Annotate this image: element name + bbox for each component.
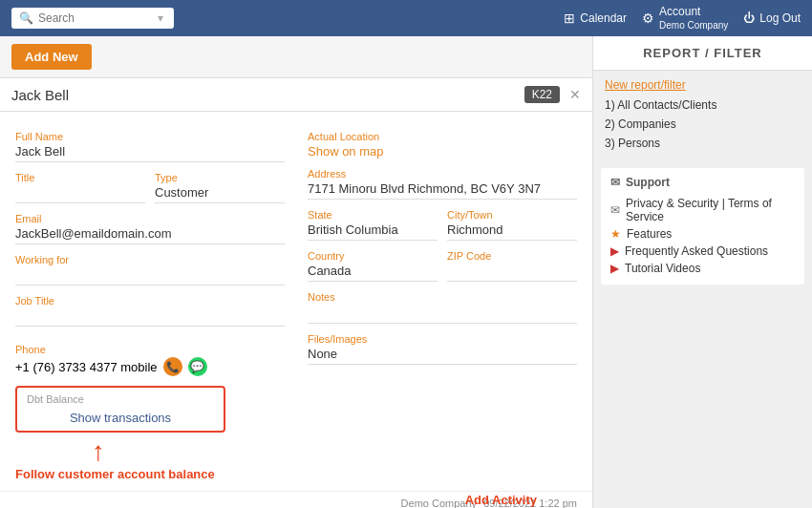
whatsapp-icon[interactable]: 💬 xyxy=(188,357,207,376)
support-item-3[interactable]: ▶ Tutorial Videos xyxy=(610,260,795,277)
header-left: 🔍 ▾ xyxy=(11,8,174,29)
notes-label: Notes xyxy=(308,291,577,303)
record-badge: K22 xyxy=(524,86,560,103)
files-images-label: Files/Images xyxy=(308,333,577,345)
report-filter-header: REPORT / FILTER xyxy=(593,36,812,71)
form-area: Full Name Jack Bell Title Type Customer … xyxy=(0,112,592,491)
working-for-value xyxy=(15,267,285,286)
zip-label: ZIP Code xyxy=(447,250,577,262)
record-header: Jack Bell K22 ✕ xyxy=(0,78,592,112)
full-name-value: Jack Bell xyxy=(15,144,285,162)
header-right: ⊞ Calendar ⚙ Account Demo Company ⏻ Log … xyxy=(564,5,801,32)
content-area: Add New Jack Bell K22 ✕ Full Name Jack B… xyxy=(0,36,592,508)
toolbar: Add New xyxy=(0,36,592,78)
record-name: Jack Bell xyxy=(11,87,69,103)
new-report-link[interactable]: New report/filter xyxy=(593,71,812,95)
full-name-label: Full Name xyxy=(15,131,285,142)
working-for-label: Working for xyxy=(15,254,285,265)
search-input[interactable] xyxy=(38,11,153,25)
zip-value xyxy=(447,264,577,282)
report-item-2[interactable]: 3) Persons xyxy=(605,134,801,153)
dbt-balance-box: Dbt Balance Show transactions xyxy=(15,386,225,433)
address-label: Address xyxy=(308,168,577,180)
state-label: State xyxy=(308,209,438,221)
actual-location-label: Actual Location xyxy=(308,131,577,142)
add-activity-annotation: Add Activity xyxy=(465,493,537,507)
gear-icon: ⚙ xyxy=(642,11,654,26)
add-new-button[interactable]: Add New xyxy=(11,44,92,70)
report-item-1[interactable]: 2) Companies xyxy=(605,115,801,134)
support-item-2[interactable]: ▶ Frequently Asked Questions xyxy=(610,243,795,260)
support-header: ✉ Support xyxy=(610,176,795,189)
mail-icon: ✉ xyxy=(610,176,620,189)
show-on-map-link[interactable]: Show on map xyxy=(308,144,577,159)
report-item-0[interactable]: 1) All Contacts/Clients xyxy=(605,95,801,115)
grid-icon: ⊞ xyxy=(564,11,575,26)
account-button[interactable]: ⚙ Account Demo Company xyxy=(642,5,728,32)
email-label: Email xyxy=(15,213,285,224)
country-value: Canada xyxy=(308,264,438,282)
city-town-value: Richmond xyxy=(447,222,577,241)
search-icon: 🔍 xyxy=(19,11,33,25)
right-column: Actual Location Show on map Address 7171… xyxy=(308,121,577,481)
show-transactions-link[interactable]: Show transactions xyxy=(27,411,214,425)
close-button[interactable]: ✕ xyxy=(569,87,581,102)
calendar-label: Calendar xyxy=(580,11,627,25)
call-icon[interactable]: 📞 xyxy=(163,357,182,376)
report-list: 1) All Contacts/Clients 2) Companies 3) … xyxy=(593,95,812,160)
type-label: Type xyxy=(155,172,285,183)
country-label: Country xyxy=(308,250,438,262)
title-label: Title xyxy=(15,172,145,183)
title-value xyxy=(15,185,145,203)
left-column: Full Name Jack Bell Title Type Customer … xyxy=(15,121,285,481)
features-star-icon: ★ xyxy=(610,227,621,241)
address-value: 7171 Minoru Blvd Richmond, BC V6Y 3N7 xyxy=(308,181,577,200)
right-panel: REPORT / FILTER New report/filter 1) All… xyxy=(592,36,812,508)
notes-value xyxy=(308,305,577,324)
support-item-1[interactable]: ★ Features xyxy=(610,225,795,243)
job-title-value xyxy=(15,308,285,327)
support-section: ✉ Support ✉ Privacy & Security | Terms o… xyxy=(601,168,804,285)
header: 🔍 ▾ ⊞ Calendar ⚙ Account Demo Company ⏻ … xyxy=(0,0,812,36)
phone-value: +1 (76) 3733 4377 mobile xyxy=(15,360,158,374)
files-images-value: None xyxy=(308,347,577,365)
email-value: JackBell@emaildomain.com xyxy=(15,226,285,244)
dropdown-arrow-icon[interactable]: ▾ xyxy=(158,11,163,25)
arrow-up-icon: ↑ xyxy=(92,438,105,465)
search-box[interactable]: 🔍 ▾ xyxy=(11,8,174,29)
support-item-0[interactable]: ✉ Privacy & Security | Terms of Service xyxy=(610,195,795,225)
privacy-icon: ✉ xyxy=(610,203,620,217)
logout-button[interactable]: ⏻ Log Out xyxy=(743,11,801,25)
dbt-balance-label: Dbt Balance xyxy=(27,393,214,405)
calendar-button[interactable]: ⊞ Calendar xyxy=(564,11,627,26)
city-town-label: City/Town xyxy=(447,209,577,221)
main-layout: Add New Jack Bell K22 ✕ Full Name Jack B… xyxy=(0,36,812,508)
phone-row: +1 (76) 3733 4377 mobile 📞 💬 xyxy=(15,357,285,376)
logout-label: Log Out xyxy=(759,11,801,25)
balance-annotation-area: ↑ Follow customer account balance xyxy=(15,438,285,481)
state-value: British Columbia xyxy=(308,222,438,241)
balance-annotation-text: Follow customer account balance xyxy=(15,467,215,481)
job-title-label: Job Title xyxy=(15,295,285,307)
power-icon: ⏻ xyxy=(743,11,755,25)
faq-play-icon: ▶ xyxy=(610,244,619,258)
tutorial-play-icon: ▶ xyxy=(610,262,619,275)
phone-label: Phone xyxy=(15,344,285,355)
account-label: Account Demo Company xyxy=(659,5,728,32)
type-value: Customer xyxy=(155,185,285,203)
